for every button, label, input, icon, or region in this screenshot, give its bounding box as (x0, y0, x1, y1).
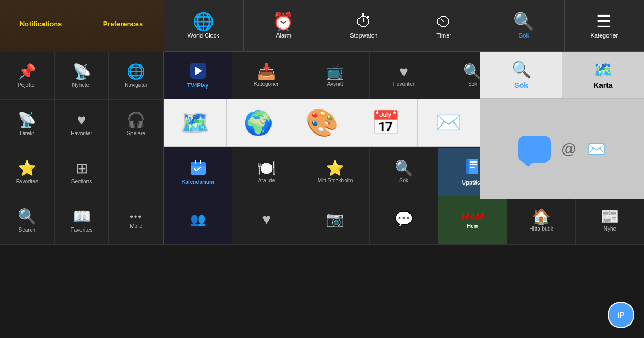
mitt-stockholm-icon: ⭐ (326, 161, 345, 176)
book-icon (465, 158, 480, 178)
hem-label: Hem (467, 223, 479, 229)
message-bubble (518, 136, 551, 163)
svg-rect-13 (467, 159, 478, 174)
empty-cell (109, 148, 163, 196)
people-cell[interactable]: 👥 (164, 196, 232, 244)
favoriter2-cell[interactable]: ♥ Favoriter (55, 100, 109, 148)
direkt-label: Direkt (20, 130, 34, 136)
ata-ute-cell[interactable]: 🍽️ Äta ute (232, 148, 301, 196)
search5-cell[interactable]: 🔍 Search (0, 196, 55, 244)
spelare-icon: 🎧 (127, 111, 145, 129)
heart3-icon: ♥ (262, 212, 271, 227)
nyhe-cell[interactable]: 📰 Nyhe (576, 196, 644, 244)
kalendarium-label: Kalendarium (181, 179, 214, 185)
svg-rect-10 (191, 162, 206, 166)
hitta-butik-cell[interactable]: 🏠 Hitta butik (507, 196, 576, 244)
ip-logo[interactable]: iP (608, 302, 634, 328)
navigator2-label: Navigator (125, 82, 148, 88)
featured-mail-item[interactable]: ✉️ (418, 99, 480, 146)
kategorier3-label: Kategorier (254, 81, 279, 87)
sok3-label: Sök (468, 81, 477, 87)
sok-tab[interactable]: 🔍 Sök (480, 52, 562, 98)
heart3-cell[interactable]: ♥ (232, 196, 301, 244)
direkt-icon: 📡 (18, 111, 36, 129)
spelare-cell[interactable]: 🎧 Spelare (109, 100, 163, 148)
camera-cell[interactable]: 📷 (301, 196, 370, 244)
timer-icon: ⏲ (435, 13, 452, 30)
more-label: More (130, 223, 142, 229)
sections-cell[interactable]: ⊞ Sections (55, 148, 109, 196)
tv4play-icon (190, 63, 206, 81)
sok-tab-label: Sök (514, 81, 528, 90)
sok-body: @ ✉️ (480, 99, 644, 199)
left-col-2: 📡 Direkt ♥ Favoriter 🎧 Spelare (0, 100, 164, 148)
karta-tab[interactable]: 🗺️ Karta (562, 52, 645, 98)
pojetter-cell[interactable]: 📌 Pojetter (0, 52, 55, 99)
world-clock-icon: 🌐 (193, 13, 214, 30)
world-clock-item[interactable]: 🌐 World Clock (164, 0, 244, 51)
favorites4-label: Favorites (70, 227, 92, 233)
tv4play-cell[interactable]: TV4Play (164, 52, 232, 99)
sections-icon: ⊞ (76, 159, 88, 177)
nyheter-cell[interactable]: 📡 Nyheter (55, 52, 109, 99)
featured-globe-item[interactable]: 🌍 (227, 99, 290, 146)
book2-icon: 📖 (72, 208, 91, 225)
app-row-4: 🔍 Search 📖 Favorites ••• More 👥 ♥ 📷 💬 (0, 196, 644, 245)
sok-item[interactable]: 🔍 Sök (484, 0, 564, 51)
favorites4-cell[interactable]: 📖 Favorites (55, 196, 109, 244)
pojetter-label: Pojetter (18, 82, 36, 88)
featured-calendar-item[interactable]: 📅 (354, 99, 418, 146)
favoriter2-label: Favoriter (71, 130, 92, 136)
ata-ute-label: Äta ute (258, 178, 275, 183)
avsnitt-cell[interactable]: 📺 Avsnitt (301, 52, 370, 99)
store-icon: 🏠 (532, 209, 551, 224)
mitt-stockholm-cell[interactable]: ⭐ Mitt Stockholm (301, 148, 370, 196)
favoriter-cell[interactable]: ♥ Favoriter (370, 52, 438, 99)
kategorier3-cell[interactable]: 📥 Kategorier (232, 52, 301, 99)
sok4-cell[interactable]: 🔍 Sök (370, 148, 438, 196)
preferences-button[interactable]: Preferences (82, 0, 164, 48)
svg-rect-16 (470, 164, 477, 165)
alarm-icon: ⏰ (273, 13, 294, 30)
sok-icon: 🔍 (513, 13, 535, 30)
hem-cell[interactable]: H&M Hem (438, 196, 507, 244)
featured-map-item[interactable]: 🗺️ (164, 99, 227, 146)
timer-item[interactable]: ⏲ Timer (404, 0, 484, 51)
kalendarium-cell[interactable]: Kalendarium (164, 148, 232, 196)
notifications-button[interactable]: Notifications (0, 0, 82, 48)
chat-cell[interactable]: 💬 (370, 196, 438, 244)
left-col-4: 🔍 Search 📖 Favorites ••• More (0, 196, 164, 244)
alarm-item[interactable]: ⏰ Alarm (244, 0, 324, 51)
navigator-cell[interactable]: 🌐 Navigator (109, 52, 163, 99)
heart2-icon: ♥ (77, 112, 86, 129)
kategorier-item[interactable]: ☰ Kategorier (565, 0, 644, 51)
stopwatch-item[interactable]: ⏱ Stopwatch (324, 0, 404, 51)
news-icon: 📰 (601, 209, 619, 224)
stopwatch-icon: ⏱ (355, 13, 372, 30)
hm-icon: H&M (462, 212, 484, 222)
spelare-label: Spelare (127, 130, 145, 136)
left-col-1: 📌 Pojetter 📡 Nyheter 🌐 Navigator (0, 52, 164, 99)
kategorier-icon: ☰ (596, 13, 612, 30)
search5-label: Search (18, 227, 35, 233)
direkt-cell[interactable]: 📡 Direkt (0, 100, 55, 148)
search2-icon: 🔍 (463, 64, 482, 79)
people-icon: 👥 (190, 213, 206, 226)
more-cell[interactable]: ••• More (109, 196, 163, 244)
favorites3-icon: ⭐ (18, 159, 36, 177)
nyhe-label: Nyhe (604, 226, 616, 232)
sections-label: Sections (71, 179, 92, 185)
favorites3-cell[interactable]: ⭐ Favorites (0, 148, 55, 196)
tv4play-label: TV4Play (187, 83, 208, 89)
fork-icon: 🍽️ (257, 161, 276, 176)
navigator2-icon: 🌐 (127, 63, 145, 80)
sok-panel: 🔍 Sök 🗺️ Karta @ ✉️ (480, 52, 644, 199)
avsnitt-label: Avsnitt (327, 81, 343, 87)
chat-icon: 💬 (394, 212, 413, 227)
karta-tab-icon: 🗺️ (593, 60, 613, 79)
sok4-label: Sök (399, 178, 408, 183)
featured-color-item[interactable]: 🎨 (290, 99, 354, 146)
globe-icon: 🌍 (244, 109, 273, 137)
avsnitt-icon: 📺 (326, 64, 345, 79)
kategorier3-icon: 📥 (257, 64, 276, 79)
